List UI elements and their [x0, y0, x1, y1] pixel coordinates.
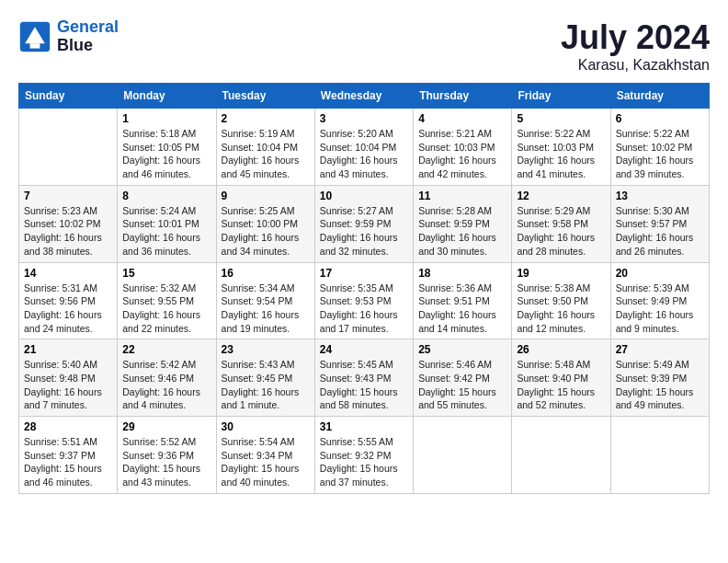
day-number: 17 — [320, 267, 408, 280]
day-info: Sunrise: 5:54 AM Sunset: 9:34 PM Dayligh… — [222, 435, 310, 489]
day-cell: 31Sunrise: 5:55 AM Sunset: 9:32 PM Dayli… — [314, 417, 413, 494]
day-cell: 17Sunrise: 5:35 AM Sunset: 9:53 PM Dayli… — [314, 262, 413, 339]
day-cell: 10Sunrise: 5:27 AM Sunset: 9:59 PM Dayli… — [314, 185, 413, 262]
day-info: Sunrise: 5:55 AM Sunset: 9:32 PM Dayligh… — [320, 435, 408, 489]
day-number: 16 — [222, 267, 310, 280]
day-info: Sunrise: 5:20 AM Sunset: 10:04 PM Daylig… — [320, 127, 408, 181]
column-header-wednesday: Wednesday — [314, 84, 413, 109]
day-number: 24 — [320, 343, 408, 356]
day-cell: 9Sunrise: 5:25 AM Sunset: 10:00 PM Dayli… — [216, 185, 314, 262]
logo-icon — [18, 20, 51, 53]
week-row-4: 21Sunrise: 5:40 AM Sunset: 9:48 PM Dayli… — [19, 339, 710, 417]
day-cell: 16Sunrise: 5:34 AM Sunset: 9:54 PM Dayli… — [216, 262, 314, 339]
week-row-5: 28Sunrise: 5:51 AM Sunset: 9:37 PM Dayli… — [19, 417, 710, 494]
day-cell: 27Sunrise: 5:49 AM Sunset: 9:39 PM Dayli… — [610, 339, 709, 417]
day-cell: 22Sunrise: 5:42 AM Sunset: 9:46 PM Dayli… — [118, 339, 216, 417]
day-cell: 6Sunrise: 5:22 AM Sunset: 10:02 PM Dayli… — [610, 109, 709, 186]
day-info: Sunrise: 5:40 AM Sunset: 9:48 PM Dayligh… — [24, 358, 112, 412]
day-cell: 19Sunrise: 5:38 AM Sunset: 9:50 PM Dayli… — [512, 262, 610, 339]
column-header-saturday: Saturday — [610, 84, 709, 109]
day-cell: 30Sunrise: 5:54 AM Sunset: 9:34 PM Dayli… — [216, 417, 314, 494]
page-header: General Blue July 2024 Karasu, Kazakhsta… — [18, 18, 710, 74]
location-subtitle: Karasu, Kazakhstan — [561, 57, 710, 74]
day-cell: 13Sunrise: 5:30 AM Sunset: 9:57 PM Dayli… — [610, 185, 709, 262]
day-cell — [512, 417, 610, 494]
calendar-table: SundayMondayTuesdayWednesdayThursdayFrid… — [18, 83, 710, 494]
day-info: Sunrise: 5:18 AM Sunset: 10:05 PM Daylig… — [122, 127, 210, 181]
day-number: 23 — [222, 343, 310, 356]
column-header-monday: Monday — [118, 84, 216, 109]
day-cell: 28Sunrise: 5:51 AM Sunset: 9:37 PM Dayli… — [19, 417, 118, 494]
month-year-title: July 2024 — [561, 18, 710, 57]
day-info: Sunrise: 5:25 AM Sunset: 10:00 PM Daylig… — [222, 204, 310, 259]
day-number: 2 — [222, 112, 310, 125]
day-info: Sunrise: 5:49 AM Sunset: 9:39 PM Dayligh… — [616, 358, 704, 412]
day-cell: 7Sunrise: 5:23 AM Sunset: 10:02 PM Dayli… — [19, 185, 118, 262]
column-header-friday: Friday — [512, 84, 610, 109]
day-cell: 25Sunrise: 5:46 AM Sunset: 9:42 PM Dayli… — [414, 339, 512, 417]
day-number: 19 — [517, 267, 605, 280]
day-info: Sunrise: 5:29 AM Sunset: 9:58 PM Dayligh… — [517, 204, 605, 259]
day-number: 11 — [418, 190, 506, 202]
day-info: Sunrise: 5:19 AM Sunset: 10:04 PM Daylig… — [222, 127, 310, 181]
week-row-2: 7Sunrise: 5:23 AM Sunset: 10:02 PM Dayli… — [19, 185, 710, 262]
day-number: 6 — [616, 112, 704, 125]
day-number: 5 — [517, 112, 605, 125]
day-number: 28 — [24, 420, 112, 433]
day-info: Sunrise: 5:52 AM Sunset: 9:36 PM Dayligh… — [122, 435, 210, 489]
day-cell: 5Sunrise: 5:22 AM Sunset: 10:03 PM Dayli… — [512, 109, 610, 186]
day-cell: 24Sunrise: 5:45 AM Sunset: 9:43 PM Dayli… — [314, 339, 413, 417]
day-info: Sunrise: 5:34 AM Sunset: 9:54 PM Dayligh… — [222, 282, 310, 336]
day-cell: 12Sunrise: 5:29 AM Sunset: 9:58 PM Dayli… — [512, 185, 610, 262]
day-number: 9 — [222, 190, 310, 202]
logo-text: General Blue — [57, 18, 119, 55]
day-info: Sunrise: 5:45 AM Sunset: 9:43 PM Dayligh… — [320, 358, 408, 412]
day-number: 26 — [517, 343, 605, 356]
day-number: 20 — [616, 267, 704, 280]
week-row-3: 14Sunrise: 5:31 AM Sunset: 9:56 PM Dayli… — [19, 262, 710, 339]
day-info: Sunrise: 5:27 AM Sunset: 9:59 PM Dayligh… — [320, 204, 408, 259]
day-cell: 4Sunrise: 5:21 AM Sunset: 10:03 PM Dayli… — [414, 109, 512, 186]
day-number: 15 — [122, 267, 210, 280]
day-cell: 29Sunrise: 5:52 AM Sunset: 9:36 PM Dayli… — [118, 417, 216, 494]
day-number: 3 — [320, 112, 408, 125]
day-info: Sunrise: 5:22 AM Sunset: 10:03 PM Daylig… — [517, 127, 605, 181]
day-cell — [414, 417, 512, 494]
day-cell: 8Sunrise: 5:24 AM Sunset: 10:01 PM Dayli… — [118, 185, 216, 262]
day-cell: 20Sunrise: 5:39 AM Sunset: 9:49 PM Dayli… — [610, 262, 709, 339]
day-cell: 26Sunrise: 5:48 AM Sunset: 9:40 PM Dayli… — [512, 339, 610, 417]
day-number: 1 — [122, 112, 210, 125]
day-number: 25 — [418, 343, 506, 356]
day-number: 27 — [616, 343, 704, 356]
day-info: Sunrise: 5:43 AM Sunset: 9:45 PM Dayligh… — [222, 358, 310, 412]
week-row-1: 1Sunrise: 5:18 AM Sunset: 10:05 PM Dayli… — [19, 109, 710, 186]
day-info: Sunrise: 5:21 AM Sunset: 10:03 PM Daylig… — [418, 127, 506, 181]
day-cell: 15Sunrise: 5:32 AM Sunset: 9:55 PM Dayli… — [118, 262, 216, 339]
day-number: 29 — [122, 420, 210, 433]
logo: General Blue — [18, 18, 119, 55]
day-info: Sunrise: 5:24 AM Sunset: 10:01 PM Daylig… — [122, 204, 210, 259]
day-number: 8 — [122, 190, 210, 202]
day-number: 7 — [24, 190, 112, 202]
day-number: 12 — [517, 190, 605, 202]
day-info: Sunrise: 5:32 AM Sunset: 9:55 PM Dayligh… — [122, 282, 210, 336]
day-number: 14 — [24, 267, 112, 280]
column-header-sunday: Sunday — [19, 84, 118, 109]
day-info: Sunrise: 5:23 AM Sunset: 10:02 PM Daylig… — [24, 204, 112, 259]
day-info: Sunrise: 5:46 AM Sunset: 9:42 PM Dayligh… — [418, 358, 506, 412]
day-info: Sunrise: 5:22 AM Sunset: 10:02 PM Daylig… — [616, 127, 704, 181]
day-info: Sunrise: 5:28 AM Sunset: 9:59 PM Dayligh… — [418, 204, 506, 259]
day-cell: 3Sunrise: 5:20 AM Sunset: 10:04 PM Dayli… — [314, 109, 413, 186]
day-number: 13 — [616, 190, 704, 202]
day-number: 4 — [418, 112, 506, 125]
day-cell — [610, 417, 709, 494]
column-header-tuesday: Tuesday — [216, 84, 314, 109]
day-info: Sunrise: 5:51 AM Sunset: 9:37 PM Dayligh… — [24, 435, 112, 489]
day-info: Sunrise: 5:31 AM Sunset: 9:56 PM Dayligh… — [24, 282, 112, 336]
day-cell: 23Sunrise: 5:43 AM Sunset: 9:45 PM Dayli… — [216, 339, 314, 417]
column-header-thursday: Thursday — [414, 84, 512, 109]
header-row: SundayMondayTuesdayWednesdayThursdayFrid… — [19, 84, 710, 109]
day-cell: 1Sunrise: 5:18 AM Sunset: 10:05 PM Dayli… — [118, 109, 216, 186]
day-info: Sunrise: 5:30 AM Sunset: 9:57 PM Dayligh… — [616, 204, 704, 259]
day-number: 31 — [320, 420, 408, 433]
